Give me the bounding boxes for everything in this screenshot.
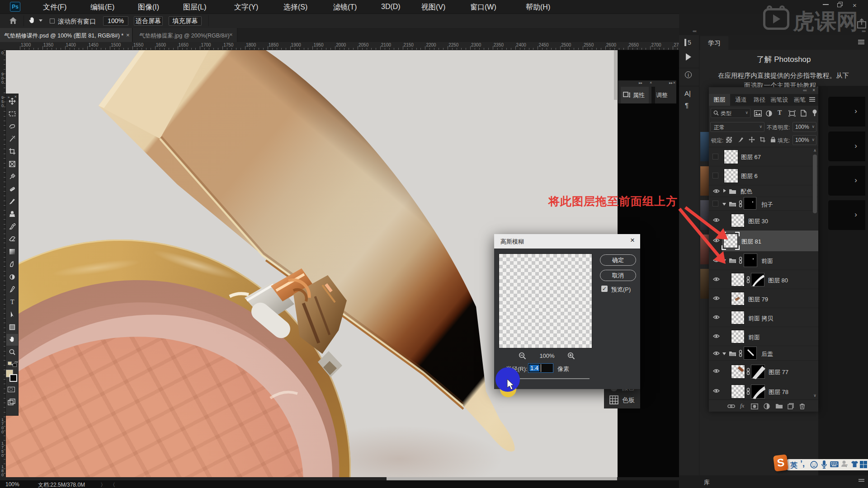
svg-text:7: 7 [845,464,848,468]
svg-text:T: T [10,299,14,305]
